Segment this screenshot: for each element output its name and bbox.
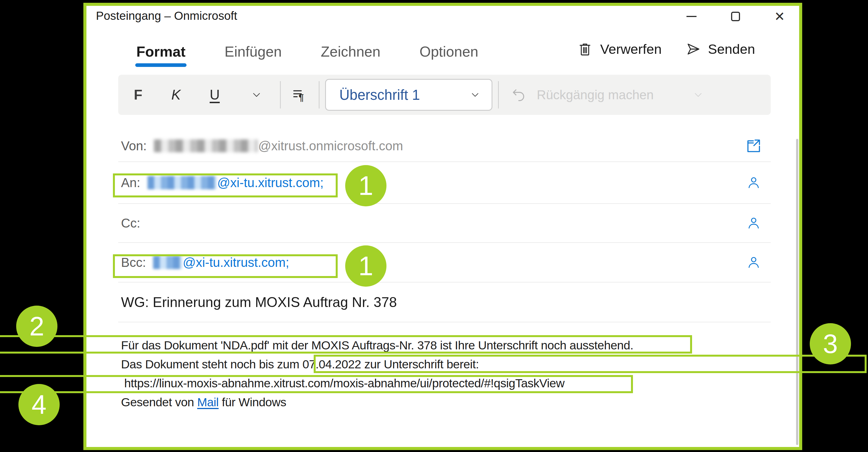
cc-field[interactable]: Cc: [118,204,771,243]
message-body[interactable]: Für das Dokument 'NDA.pdf' mit der MOXIS… [121,336,762,412]
person-icon [746,255,761,270]
titlebar[interactable]: Posteingang – Onmicrosoft ✕ [87,6,799,31]
toolbar-divider [319,81,319,109]
undo-icon [511,87,527,103]
to-domain: @xi-tu.xitrust.com; [217,175,324,190]
minimize-button[interactable] [681,7,702,25]
bcc-field[interactable]: Bcc: @xi-tu.xitrust.com; [118,243,771,282]
cc-label: Cc: [121,215,140,231]
scrollbar[interactable] [796,139,798,445]
tab-format[interactable]: Format [136,44,185,59]
send-label: Senden [708,41,755,57]
trash-icon [577,41,593,57]
from-domain: @xitrust.onmicrosoft.com [258,138,403,153]
address-fields: Von: @xitrust.onmicrosoft.com An: @xi-tu… [118,130,771,322]
undo-label: Rückgängig machen [537,87,654,102]
body-line-2: Das Dokument steht noch bis zum 07.04.20… [121,355,762,374]
maximize-button[interactable] [725,7,746,25]
person-icon [746,175,761,190]
annotation-badge-2: 2 [16,306,57,347]
annotation-badge-1-bcc: 1 [345,245,386,287]
svg-text:¶: ¶ [299,92,304,102]
bcc-domain: @xi-tu.xitrust.com; [183,255,289,270]
bcc-label: Bcc: [121,255,146,270]
style-dropdown[interactable]: Überschrift 1 [325,79,492,111]
undo-button[interactable] [511,87,527,103]
subject-text: WG: Erinnerung zum MOXIS Auftrag Nr. 378 [121,294,397,310]
subject-field[interactable]: WG: Erinnerung zum MOXIS Auftrag Nr. 378 [118,282,771,322]
ribbon-actions: Verwerfen Senden [577,41,755,57]
font-options-chevron[interactable] [251,89,262,100]
cc-contacts-button[interactable] [746,215,761,231]
bold-button[interactable]: F [134,87,143,103]
tab-optionen[interactable]: Optionen [420,44,478,59]
redacted-to-address [148,176,217,189]
style-dropdown-value: Überschrift 1 [339,87,420,103]
undo-history-chevron[interactable] [693,89,704,100]
tab-zeichnen[interactable]: Zeichnen [321,44,381,59]
underline-button[interactable]: U [210,87,220,103]
screenshot-canvas: Posteingang – Onmicrosoft ✕ Format Einfü… [0,0,868,452]
to-field[interactable]: An: @xi-tu.xitrust.com; [118,162,771,204]
close-icon: ✕ [774,10,785,23]
toolbar-divider [280,81,281,109]
mail-compose-window: Posteingang – Onmicrosoft ✕ Format Einfü… [83,3,802,450]
window-controls: ✕ [681,7,789,25]
discard-label: Verwerfen [600,41,662,57]
send-button[interactable]: Senden [685,41,755,57]
popout-window-icon [744,137,763,155]
sent-from-suffix: für Windows [219,395,286,409]
format-toolbar: F K U ¶ Überschrift 1 [118,75,771,115]
body-line-3: https://linux-moxis-abnahme.xitrust.com/… [121,374,762,393]
redacted-from-address [154,140,258,152]
bcc-contacts-button[interactable] [746,255,761,270]
mail-link[interactable]: Mail [197,395,219,409]
to-label: An: [121,175,140,190]
person-icon [746,215,761,231]
toolbar-divider [498,81,499,109]
open-in-new-window-button[interactable] [744,137,763,155]
minimize-icon [686,16,696,17]
annotation-badge-3: 3 [810,323,851,364]
maximize-icon [731,12,740,21]
annotation-badge-4: 4 [19,384,60,425]
chevron-down-icon [470,90,480,100]
tab-einfuegen[interactable]: Einfügen [224,44,282,59]
chevron-down-icon [693,89,704,100]
paragraph-format-icon: ¶ [291,86,309,104]
window-title: Posteingang – Onmicrosoft [96,9,237,23]
paragraph-format-button[interactable]: ¶ [291,86,309,104]
chevron-down-icon [251,89,262,100]
annotation-badge-1-to: 1 [345,165,386,206]
to-contacts-button[interactable] [746,175,761,190]
body-line-1: Für das Dokument 'NDA.pdf' mit der MOXIS… [121,336,762,355]
from-label: Von: [121,138,147,153]
close-button[interactable]: ✕ [770,7,789,25]
italic-button[interactable]: K [172,87,181,103]
body-line-4: Gesendet von Mail für Windows [121,393,762,412]
redacted-bcc-address [153,256,182,269]
sent-from-prefix: Gesendet von [121,395,197,409]
from-field[interactable]: Von: @xitrust.onmicrosoft.com [118,130,771,162]
send-icon [685,41,701,57]
discard-button[interactable]: Verwerfen [577,41,662,57]
ribbon-tabs: Format Einfügen Zeichnen Optionen [136,44,478,59]
